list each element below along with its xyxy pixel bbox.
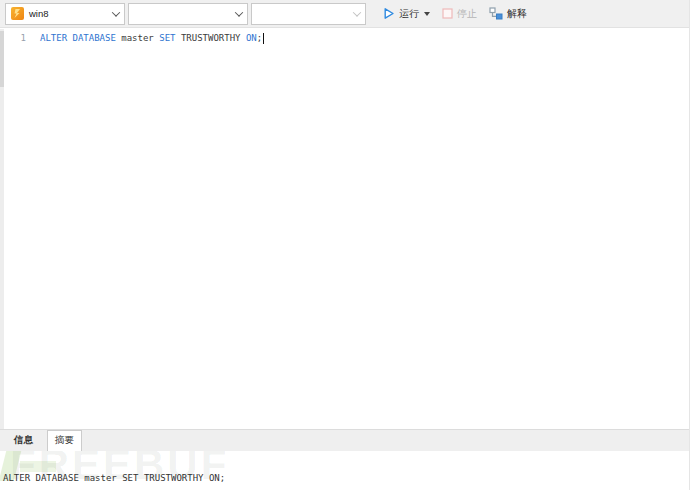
- chevron-down-icon: [112, 8, 120, 16]
- run-label: 运行: [399, 7, 419, 21]
- line-number: 1: [0, 33, 26, 43]
- connection-value: win8: [29, 8, 49, 19]
- run-dropdown-icon[interactable]: [424, 12, 430, 16]
- run-button[interactable]: 运行: [378, 3, 434, 25]
- schema-select: [251, 3, 366, 25]
- explain-plan-icon: [489, 7, 503, 20]
- sql-editor[interactable]: 1 ALTER DATABASE master SET TRUSTWORTHY …: [0, 29, 690, 429]
- message-log: ALTER DATABASE master SET TRUSTWORTHY ON…: [0, 451, 690, 490]
- connection-select[interactable]: win8: [5, 3, 125, 25]
- connection-icon: [11, 7, 24, 20]
- code-line-1[interactable]: 1 ALTER DATABASE master SET TRUSTWORTHY …: [0, 32, 690, 44]
- tab-info[interactable]: 信息: [8, 431, 39, 451]
- toolbar: win8 运行: [0, 0, 690, 28]
- explain-label: 解释: [507, 7, 527, 21]
- tab-summary[interactable]: 摘要: [47, 430, 82, 451]
- text-caret: [263, 33, 264, 44]
- sql-statement[interactable]: ALTER DATABASE master SET TRUSTWORTHY ON…: [40, 33, 264, 44]
- chevron-down-icon: [235, 8, 243, 16]
- message-line: ALTER DATABASE master SET TRUSTWORTHY ON…: [3, 473, 690, 483]
- message-tabstrip: 信息 摘要: [0, 429, 690, 451]
- editor-left-scrollstrip[interactable]: [0, 29, 4, 429]
- stop-button: 停止: [438, 3, 481, 25]
- run-play-icon: [382, 7, 395, 20]
- chevron-down-icon: [353, 8, 361, 16]
- stop-label: 停止: [457, 7, 477, 21]
- database-select[interactable]: [128, 3, 248, 25]
- query-window: win8 运行: [0, 0, 690, 490]
- explain-button[interactable]: 解释: [485, 3, 531, 25]
- stop-square-icon: [442, 8, 453, 19]
- message-panel: 信息 摘要 ALTER DATABASE master SET TRUSTWOR…: [0, 429, 690, 490]
